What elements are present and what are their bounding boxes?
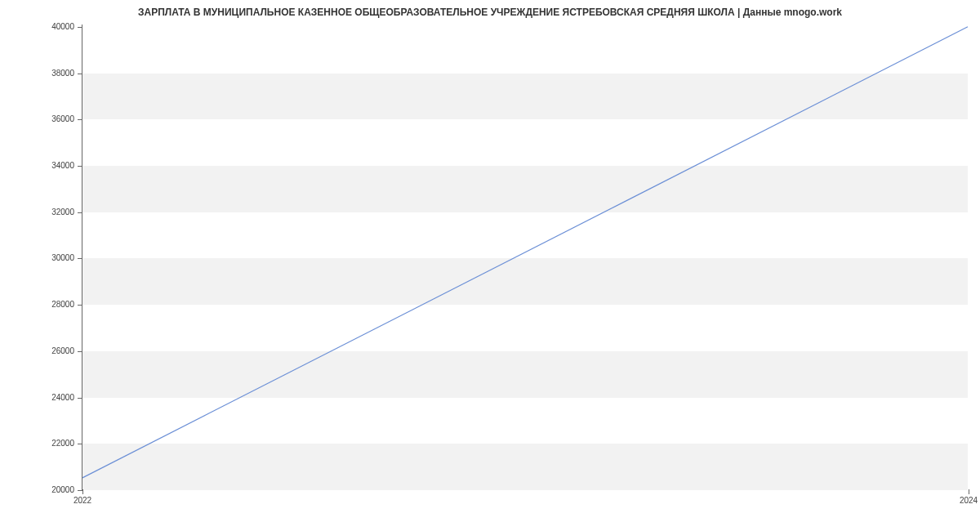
y-tick-label: 28000 [51,300,74,309]
plot-area: 2000022000240002600028000300003200034000… [82,25,968,490]
y-tick-label: 36000 [51,114,74,123]
y-tick-label: 24000 [51,393,74,402]
y-tick-label: 30000 [51,253,74,262]
y-tick-label: 22000 [51,439,74,448]
y-tick-mark [78,27,82,28]
x-tick-label: 2024 [960,496,978,505]
y-tick-mark [78,166,82,167]
y-tick-mark [78,351,82,352]
y-tick-label: 20000 [51,485,74,494]
y-tick-label: 32000 [51,207,74,216]
data-line [82,27,968,478]
chart-title: ЗАРПЛАТА В МУНИЦИПАЛЬНОЕ КАЗЕННОЕ ОБЩЕОБ… [138,7,842,18]
y-tick-mark [78,212,82,213]
y-tick-label: 38000 [51,69,74,78]
y-tick-mark [78,258,82,259]
x-tick-mark [969,489,969,494]
y-tick-label: 34000 [51,161,74,170]
x-tick-mark [82,489,83,494]
x-tick-label: 2022 [74,496,91,505]
y-tick-mark [78,398,82,399]
y-tick-mark [78,119,82,120]
y-tick-label: 40000 [51,22,74,31]
y-tick-mark [78,444,82,444]
line-svg [82,25,968,489]
y-tick-label: 26000 [51,346,74,355]
y-tick-mark [78,305,82,306]
y-tick-mark [78,74,82,74]
